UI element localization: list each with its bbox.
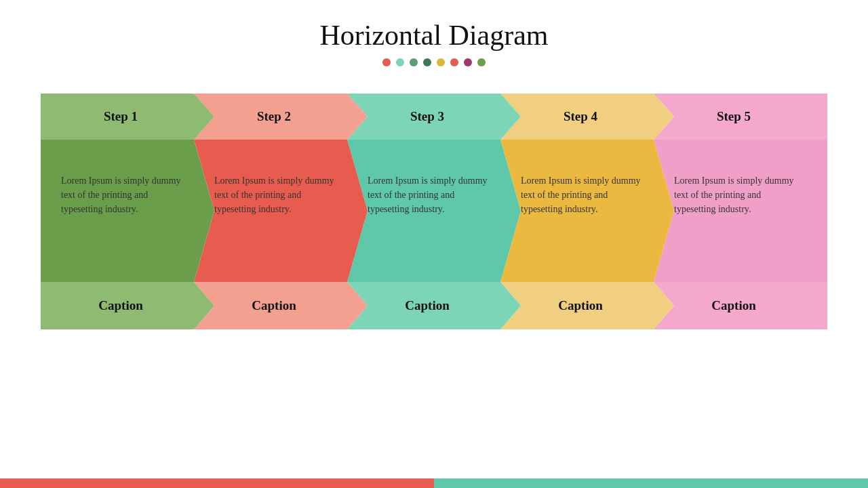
step2-caption: Caption xyxy=(194,282,368,329)
step1-header: Step 1 xyxy=(41,94,214,140)
dot-1 xyxy=(382,58,391,66)
step5-body-text: Lorem Ipsum is simply dummy text of the … xyxy=(667,174,800,216)
dots-row xyxy=(0,58,868,73)
step2-caption-label: Caption xyxy=(252,298,296,313)
bottom-strip-right xyxy=(434,479,868,488)
step3-body: Lorem Ipsum is simply dummy text of the … xyxy=(347,140,521,282)
dot-2 xyxy=(396,58,404,66)
step4-header-label: Step 4 xyxy=(564,109,597,124)
dot-8 xyxy=(477,58,486,66)
step2-header-label: Step 2 xyxy=(257,109,291,124)
step3-header-label: Step 3 xyxy=(410,109,444,124)
step3-header: Step 3 xyxy=(347,94,521,140)
dot-7 xyxy=(464,58,472,66)
step1-body: Lorem Ipsum is simply dummy text of the … xyxy=(41,140,214,282)
step1-body-text: Lorem Ipsum is simply dummy text of the … xyxy=(54,174,187,216)
step2-body-text: Lorem Ipsum is simply dummy text of the … xyxy=(208,174,340,216)
body-row: Lorem Ipsum is simply dummy text of the … xyxy=(41,140,827,282)
bottom-strip-left xyxy=(0,479,434,488)
diagram: Step 1 Step 2 Step 3 Step 4 Step 5 Lorem… xyxy=(41,94,827,329)
header-row: Step 1 Step 2 Step 3 Step 4 Step 5 xyxy=(41,94,827,140)
step4-caption-label: Caption xyxy=(558,298,602,313)
step4-caption: Caption xyxy=(500,282,674,329)
step4-body-text: Lorem Ipsum is simply dummy text of the … xyxy=(514,174,647,216)
step3-caption: Caption xyxy=(347,282,521,329)
step5-header: Step 5 xyxy=(654,94,827,140)
step2-body: Lorem Ipsum is simply dummy text of the … xyxy=(194,140,368,282)
step2-header: Step 2 xyxy=(194,94,368,140)
dot-5 xyxy=(437,58,445,66)
step5-header-label: Step 5 xyxy=(717,109,751,124)
step3-body-text: Lorem Ipsum is simply dummy text of the … xyxy=(361,174,494,216)
step3-caption-label: Caption xyxy=(405,298,449,313)
step4-header: Step 4 xyxy=(500,94,674,140)
dot-4 xyxy=(423,58,431,66)
caption-row: Caption Caption Caption Caption Caption xyxy=(41,282,827,329)
step5-body: Lorem Ipsum is simply dummy text of the … xyxy=(654,140,827,282)
step4-body: Lorem Ipsum is simply dummy text of the … xyxy=(500,140,674,282)
dot-3 xyxy=(410,58,418,66)
dot-6 xyxy=(450,58,458,66)
step1-caption: Caption xyxy=(41,282,214,329)
step5-caption-label: Caption xyxy=(711,298,755,313)
step1-caption-label: Caption xyxy=(98,298,142,313)
step5-caption: Caption xyxy=(654,282,827,329)
bottom-strip xyxy=(0,479,868,488)
step1-header-label: Step 1 xyxy=(104,109,138,124)
page-title: Horizontal Diagram xyxy=(0,0,868,58)
